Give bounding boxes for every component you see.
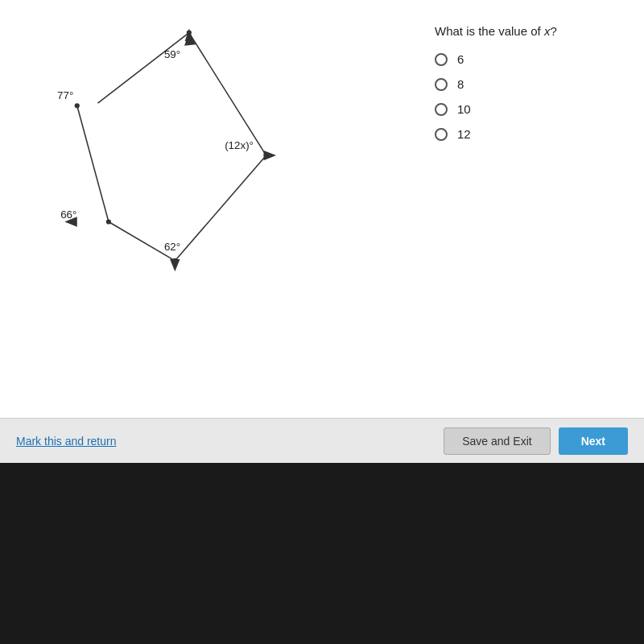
svg-line-5 (175, 155, 266, 261)
answer-area: What is the value of x? 6 8 10 12 (435, 24, 612, 152)
diagram-area: 59° 77° (12x)° 66° 62° (24, 16, 362, 290)
option-10-label: 10 (457, 102, 471, 116)
dark-background (0, 463, 644, 644)
svg-point-10 (187, 31, 192, 35)
option-6-label: 6 (457, 52, 464, 66)
footer-bar: Mark this and return Save and Exit Next (0, 418, 644, 463)
svg-point-12 (172, 258, 177, 263)
svg-point-14 (75, 103, 80, 108)
svg-point-11 (264, 153, 269, 158)
radio-12[interactable] (435, 128, 448, 141)
option-12[interactable]: 12 (435, 127, 612, 141)
next-button[interactable]: Next (559, 427, 628, 455)
svg-point-13 (106, 219, 111, 224)
option-6[interactable]: 6 (435, 52, 612, 66)
option-8-label: 8 (457, 77, 464, 91)
footer-buttons: Save and Exit Next (444, 427, 628, 455)
radio-8[interactable] (435, 78, 448, 91)
svg-text:(12x)°: (12x)° (225, 139, 254, 151)
question-text: What is the value of x? (435, 24, 612, 38)
option-8[interactable]: 8 (435, 77, 612, 91)
option-10[interactable]: 10 (435, 102, 612, 116)
option-12-label: 12 (457, 127, 471, 141)
svg-text:77°: 77° (57, 89, 73, 101)
question-container: 59° 77° (12x)° 66° 62° What is the value… (0, 0, 644, 463)
save-exit-button[interactable]: Save and Exit (444, 427, 550, 455)
radio-10[interactable] (435, 103, 448, 116)
mark-return-link[interactable]: Mark this and return (16, 435, 117, 448)
svg-text:62°: 62° (164, 241, 180, 253)
svg-line-3 (189, 33, 266, 155)
svg-line-0 (98, 33, 189, 104)
svg-line-8 (77, 105, 109, 221)
svg-text:66°: 66° (60, 208, 76, 221)
radio-6[interactable] (435, 53, 448, 66)
svg-text:59°: 59° (164, 48, 180, 60)
